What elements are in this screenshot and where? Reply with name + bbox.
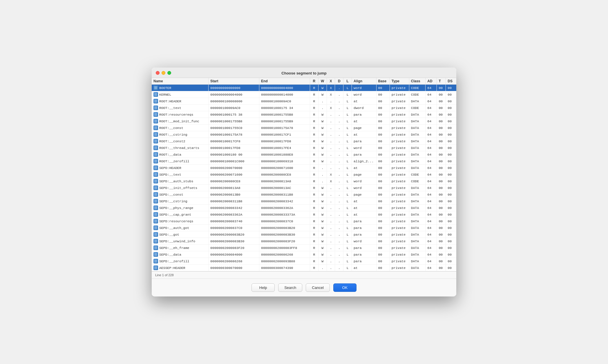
table-row[interactable]: SEPD:__text0000000200071600000000200080C… <box>152 171 456 178</box>
table-row[interactable]: AESSEP:HEADER000000030007000000000003000… <box>152 265 456 271</box>
close-button[interactable] <box>156 71 160 75</box>
cell-w: W <box>318 231 327 238</box>
cell-base: 00 <box>376 205 390 211</box>
table-row[interactable]: ROOT:__zerofill0000000100001C00000000001… <box>152 158 456 165</box>
cell-base: 00 <box>376 85 390 91</box>
segment-icon <box>153 145 158 150</box>
cell-end: 0000000200083342 <box>259 198 310 205</box>
cell-base: 00 <box>376 198 390 205</box>
table-row[interactable]: SEPD:__cstring00000020008311B80000000200… <box>152 198 456 205</box>
search-button[interactable]: Search <box>278 283 302 292</box>
cell-t: 00 <box>437 91 446 98</box>
cell-x: . <box>327 225 335 231</box>
cell-r: R <box>310 98 319 105</box>
cell-type: private <box>390 191 409 198</box>
cell-class: DATA <box>409 185 426 191</box>
cell-end: 000000200083362A <box>259 205 310 211</box>
title-bar: Choose segment to jump <box>152 68 456 78</box>
table-row[interactable]: SEPD:__unwind_info00000002000083B3000000… <box>152 238 456 245</box>
table-row[interactable]: BOOTER0000000000000000000000000004000RWX… <box>152 85 456 91</box>
cell-align: page <box>352 125 376 131</box>
cell-d: . <box>335 91 343 98</box>
cell-end: 000000002000083FF8 <box>259 245 310 251</box>
table-row[interactable]: SEPD:__cap_grant000000200083362A00000020… <box>152 211 456 218</box>
segment-icon <box>153 92 158 97</box>
cell-align: at <box>352 165 376 171</box>
cell-l: L <box>343 251 352 258</box>
table-row[interactable]: SEPD:resourcereqs00000002000837400000000… <box>152 218 456 225</box>
table-row[interactable]: ROOT:resourcereqs0000001000175 380000001… <box>152 111 456 118</box>
table-row[interactable]: SEPD:__data00000002000840000000000200086… <box>152 251 456 258</box>
cell-l: L <box>343 165 352 171</box>
cell-start: 0000000300070000 <box>209 265 259 271</box>
table-row[interactable]: ROOT:__text000000100009AC00000001000175 … <box>152 105 456 111</box>
cell-end: 000000200080CE8 <box>259 171 310 178</box>
cell-start: 00000002000083B20 <box>209 231 259 238</box>
table-row[interactable]: SEPD:__auth_stubs000000200080CE800000020… <box>152 178 456 185</box>
cell-align: at <box>352 205 376 211</box>
table-row[interactable]: ROOT:__const2000000100017CF8000000100017… <box>152 138 456 145</box>
cell-x: X <box>327 91 335 98</box>
table-row[interactable]: ROOT:__thread_starts000000100017FD800000… <box>152 145 456 151</box>
maximize-button[interactable] <box>167 71 171 75</box>
cell-end: 000000100017FE4 <box>259 145 310 151</box>
cell-x: . <box>327 158 335 165</box>
cell-ds: 00 <box>446 211 456 218</box>
cell-ds: 00 <box>446 125 456 131</box>
cell-x: . <box>327 251 335 258</box>
table-row[interactable]: KERNEL00000000000040000000000000014000RW… <box>152 91 456 98</box>
cell-end: 000000100009AC0 <box>259 98 310 105</box>
segment-table-container[interactable]: Name Start End R W X D L Align Base Type… <box>152 78 456 272</box>
cell-base: 00 <box>376 151 390 158</box>
segment-icon <box>153 159 158 163</box>
cancel-button[interactable]: Cancel <box>306 283 330 292</box>
table-row[interactable]: SEPD:__auth_got00000002000837C0000000020… <box>152 225 456 231</box>
col-header-w: W <box>318 78 327 85</box>
cell-d: . <box>335 231 343 238</box>
table-row[interactable]: ROOT:__const00000010001755C0000000100017… <box>152 125 456 131</box>
cell-start: 000000000000000 <box>209 85 259 91</box>
table-row[interactable]: ROOT:__data0000001000180 000000001000188… <box>152 151 456 158</box>
cell-class: DATA <box>409 238 426 245</box>
table-row[interactable]: ROOT:HEADER0000000100008000000000100009A… <box>152 98 456 105</box>
cell-start: 000000100017FD8 <box>209 145 259 151</box>
cell-ds: 00 <box>446 118 456 125</box>
segment-icon <box>153 165 158 170</box>
table-row[interactable]: SEPD:__zerofill0000000200086268000000020… <box>152 258 456 265</box>
cell-base: 00 <box>376 251 390 258</box>
table-row[interactable]: SEPD:__eh_frame00000002000083F2000000000… <box>152 245 456 251</box>
cell-ad: 64 <box>426 85 437 91</box>
cell-x: . <box>327 238 335 245</box>
table-row[interactable]: SEPD:__got00000002000083B200000000200008… <box>152 231 456 238</box>
cell-ad: 64 <box>426 151 437 158</box>
cell-w: W <box>318 91 327 98</box>
cell-end: 000000100017FD8 <box>259 138 310 145</box>
table-row[interactable]: SEPD:HEADER00000002000700000000000200071… <box>152 165 456 171</box>
cell-r: R <box>310 238 319 245</box>
cell-ad: 64 <box>426 258 437 265</box>
cell-r: R <box>310 245 319 251</box>
cell-align: para <box>352 138 376 145</box>
table-row[interactable]: SEPD:__init_offsets0000002000813A8000000… <box>152 185 456 191</box>
cell-ds: 00 <box>446 138 456 145</box>
cell-base: 00 <box>376 118 390 125</box>
table-row[interactable]: ROOT:__mod_init_func00000010001755B80000… <box>152 118 456 125</box>
cell-name: SEPD:__const <box>152 191 209 198</box>
cell-t: 00 <box>437 138 446 145</box>
segment-icon <box>153 205 158 210</box>
cell-d: . <box>335 205 343 211</box>
cell-r: R <box>310 165 319 171</box>
cell-x: . <box>327 258 335 265</box>
cell-start: 0000002000813A8 <box>209 185 259 191</box>
table-row[interactable]: SEPD:__const0000002000813B00000002000831… <box>152 191 456 198</box>
minimize-button[interactable] <box>162 71 165 75</box>
cell-align: word <box>352 91 376 98</box>
table-row[interactable]: SEPD:__phys_range00000002000833420000002… <box>152 205 456 211</box>
cell-ds: 00 <box>446 231 456 238</box>
table-row[interactable]: ROOT:__cstring0000001000175A780000001000… <box>152 131 456 138</box>
cell-class: CODE <box>409 85 426 91</box>
ok-button[interactable]: OK <box>333 283 357 292</box>
cell-r: R <box>310 225 319 231</box>
help-button[interactable]: Help <box>251 283 275 292</box>
segment-name: BOOTER <box>159 86 171 90</box>
